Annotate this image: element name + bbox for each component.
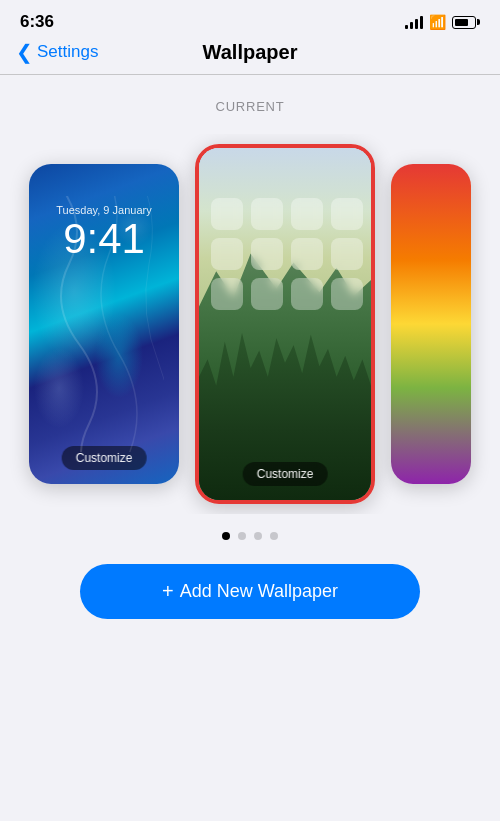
back-button[interactable]: ❮ Settings	[16, 42, 98, 62]
section-label: CURRENT	[215, 99, 284, 114]
dots-indicator	[222, 532, 278, 540]
dot-2	[238, 532, 246, 540]
dot-1	[222, 532, 230, 540]
dot-4	[270, 532, 278, 540]
add-wallpaper-container: + Add New Wallpaper	[0, 564, 500, 619]
customize-button-left[interactable]: Customize	[62, 446, 147, 470]
app-icon-6	[251, 238, 283, 270]
app-icon-grid	[211, 198, 359, 310]
phone-overlay	[199, 148, 371, 500]
customize-button-center[interactable]: Customize	[243, 462, 328, 486]
back-chevron-icon: ❮	[16, 42, 33, 62]
app-icon-12	[331, 278, 363, 310]
battery-icon	[452, 16, 480, 29]
app-icon-8	[331, 238, 363, 270]
app-icon-2	[251, 198, 283, 230]
back-label: Settings	[37, 42, 98, 62]
app-icon-10	[251, 278, 283, 310]
wallpaper-card-colorful[interactable]	[391, 164, 471, 484]
signal-icon	[405, 15, 423, 29]
app-icon-4	[331, 198, 363, 230]
wallpaper-card-blue[interactable]: Tuesday, 9 January 9:41 Customize	[29, 164, 179, 484]
lock-date: Tuesday, 9 January	[29, 204, 179, 216]
wallpaper-carousel: Tuesday, 9 January 9:41 Customize	[0, 134, 500, 514]
nature-wallpaper-bg: Customize	[199, 148, 371, 500]
app-icon-5	[211, 238, 243, 270]
nav-bar: ❮ Settings Wallpaper	[0, 38, 500, 74]
app-icon-7	[291, 238, 323, 270]
add-wallpaper-label: Add New Wallpaper	[180, 581, 338, 602]
main-content: CURRENT Tuesday, 9 January 9:41 Customiz…	[0, 75, 500, 619]
status-time: 6:36	[20, 12, 54, 32]
app-icon-11	[291, 278, 323, 310]
lock-time: 9:41	[29, 216, 179, 262]
app-icon-9	[211, 278, 243, 310]
wifi-icon: 📶	[429, 14, 446, 30]
colorful-wallpaper-bg	[391, 164, 471, 484]
add-wallpaper-button[interactable]: + Add New Wallpaper	[80, 564, 420, 619]
wallpaper-card-nature[interactable]: Customize	[195, 144, 375, 504]
status-icons: 📶	[405, 14, 480, 30]
blue-wallpaper-bg: Tuesday, 9 January 9:41 Customize	[29, 164, 179, 484]
app-icon-3	[291, 198, 323, 230]
status-bar: 6:36 📶	[0, 0, 500, 38]
wallpaper-cards: Tuesday, 9 January 9:41 Customize	[9, 144, 491, 504]
dot-3	[254, 532, 262, 540]
app-icon-1	[211, 198, 243, 230]
lock-screen-info: Tuesday, 9 January 9:41	[29, 204, 179, 262]
page-title: Wallpaper	[203, 41, 298, 64]
plus-icon: +	[162, 580, 174, 603]
